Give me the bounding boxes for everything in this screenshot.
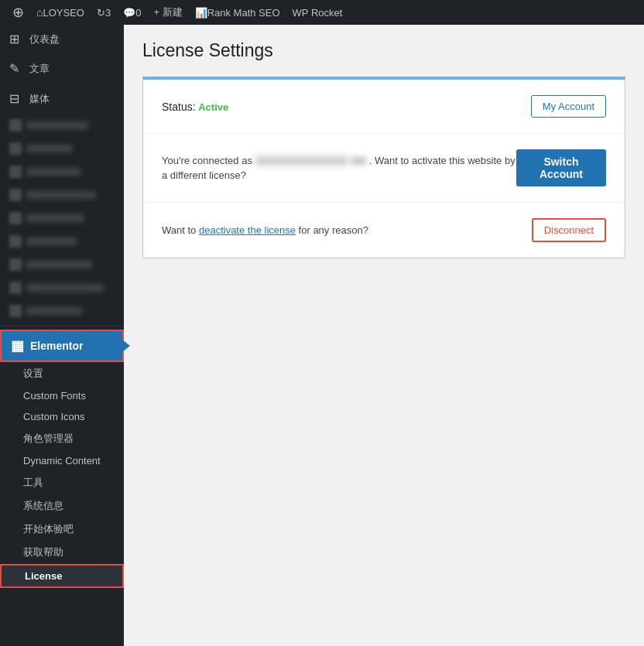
sidebar-blurred-1: [0, 114, 124, 137]
admin-sidebar: ⊞ 仪表盘 ✎ 文章 ⊟ 媒体: [0, 25, 124, 646]
comment-icon: 💬: [123, 7, 135, 19]
sidebar-blurred-6: [0, 230, 124, 253]
adminbar-site-name[interactable]: ⌂ LOYSEO: [30, 0, 91, 25]
blurred-label-2: [26, 145, 73, 152]
sidebar-blurred-4: [0, 183, 124, 207]
submenu-item-role-manager[interactable]: 角色管理器: [0, 427, 124, 450]
adminbar-wp-rocket[interactable]: WP Rocket: [286, 0, 349, 25]
my-account-button[interactable]: My Account: [531, 95, 606, 118]
submenu-item-custom-icons[interactable]: Custom Icons: [0, 406, 124, 427]
admin-bar: ⊕ ⌂ LOYSEO ↻ 3 💬 0 + 新建 📊 Rank Math SEO …: [0, 0, 644, 25]
disconnect-row: Want to deactivate the license for any r…: [143, 203, 625, 258]
submenu-item-settings[interactable]: 设置: [0, 362, 124, 385]
adminbar-comments[interactable]: 💬 0: [117, 0, 147, 25]
refresh-icon: ↻: [97, 7, 105, 19]
sidebar-separator: [0, 326, 124, 326]
sidebar-blurred-9: [0, 299, 124, 323]
wp-layout: ⊞ 仪表盘 ✎ 文章 ⊟ 媒体: [0, 25, 644, 646]
switch-account-button[interactable]: Switch Account: [516, 149, 606, 186]
submenu-item-license[interactable]: License: [0, 564, 124, 588]
sidebar-item-dashboard[interactable]: ⊞ 仪表盘: [0, 25, 124, 54]
blurred-avatar: [351, 156, 366, 166]
blurred-icon-7: [9, 258, 22, 271]
blurred-label-5: [26, 214, 84, 222]
sidebar-blurred-5: [0, 207, 124, 230]
elementor-arrow-icon: [122, 340, 130, 352]
blurred-label-8: [26, 284, 104, 292]
status-row: Status: Active My Account: [143, 80, 625, 134]
house-icon: ⌂: [36, 6, 43, 19]
blurred-label-7: [26, 261, 92, 268]
blurred-icon-3: [9, 166, 22, 178]
media-icon: ⊟: [9, 91, 23, 108]
main-content-area: License Settings Status: Active My Accou…: [124, 25, 644, 646]
connected-text: You're connected as . Want to activate t…: [162, 153, 516, 183]
sidebar-item-elementor[interactable]: ▦ Elementor: [0, 330, 124, 362]
sidebar-item-media[interactable]: ⊟ 媒体: [0, 84, 124, 114]
adminbar-new[interactable]: + 新建: [147, 0, 188, 25]
submenu-item-get-help[interactable]: 获取帮助: [0, 541, 124, 564]
chart-icon: 📊: [195, 7, 207, 19]
blurred-label-9: [26, 307, 82, 315]
page-title: License Settings: [142, 40, 625, 61]
blurred-email: [255, 156, 348, 166]
status-value: Active: [198, 101, 228, 113]
license-card: Status: Active My Account You're connect…: [142, 77, 625, 258]
adminbar-updates[interactable]: ↻ 3: [91, 0, 117, 25]
submenu-item-dynamic-content[interactable]: Dynamic Content: [0, 450, 124, 471]
blurred-label-6: [26, 238, 77, 245]
deactivate-text: Want to deactivate the license for any r…: [162, 224, 368, 236]
submenu-item-custom-fonts[interactable]: Custom Fonts: [0, 385, 124, 406]
blurred-icon-5: [9, 212, 22, 224]
adminbar-wp-logo[interactable]: ⊕: [6, 0, 30, 25]
blurred-label-3: [26, 168, 80, 176]
blurred-icon-6: [9, 235, 22, 248]
blurred-icon-9: [9, 305, 22, 317]
disconnect-button[interactable]: Disconnect: [532, 218, 606, 242]
blurred-label-4: [26, 191, 96, 199]
adminbar-rank-math[interactable]: 📊 Rank Math SEO: [189, 0, 286, 25]
sidebar-blurred-3: [0, 160, 124, 183]
deactivate-link[interactable]: deactivate the license: [199, 224, 296, 236]
connected-row: You're connected as . Want to activate t…: [143, 134, 625, 203]
sidebar-item-articles[interactable]: ✎ 文章: [0, 54, 124, 84]
submenu-item-tools[interactable]: 工具: [0, 471, 124, 494]
status-section: Status: Active: [162, 101, 228, 113]
blurred-icon-4: [9, 189, 22, 201]
submenu-item-get-started[interactable]: 开始体验吧: [0, 518, 124, 541]
submenu-item-system-info[interactable]: 系统信息: [0, 494, 124, 518]
articles-icon: ✎: [9, 60, 23, 77]
dashboard-icon: ⊞: [9, 31, 23, 48]
status-label: Status:: [162, 101, 196, 113]
sidebar-blurred-8: [0, 276, 124, 299]
sidebar-blurred-7: [0, 253, 124, 276]
blurred-icon-1: [9, 119, 22, 132]
sidebar-blurred-2: [0, 137, 124, 160]
blurred-label-1: [26, 121, 88, 129]
elementor-icon: ▦: [11, 337, 24, 354]
blurred-icon-2: [9, 142, 22, 155]
blurred-icon-8: [9, 282, 22, 294]
